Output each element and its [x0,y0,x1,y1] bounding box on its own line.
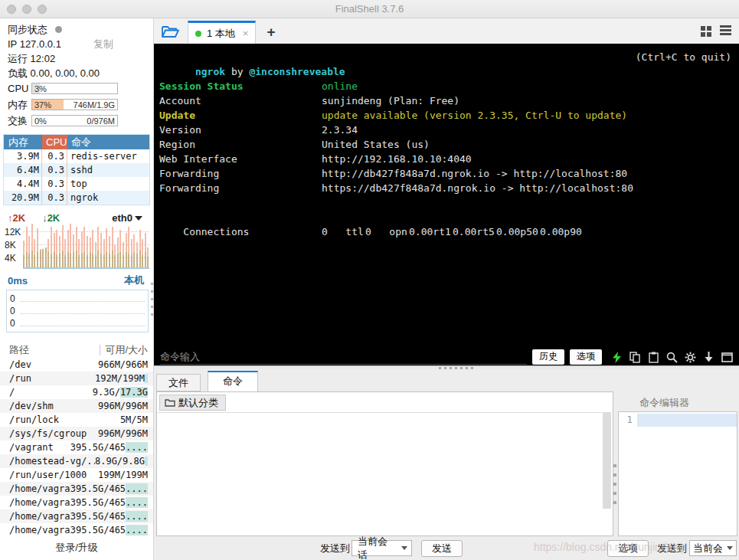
editor-active-line [637,414,737,427]
process-row[interactable]: 4.4M0.3top [4,177,149,191]
session-dropdown-right[interactable]: 当前会话 [689,540,737,556]
tab-commands[interactable]: 命令 [208,371,258,391]
grid-view-icon[interactable] [701,26,711,37]
scrollbar[interactable] [603,412,611,532]
disk-row[interactable]: /home/vagrant/...395.5G/465.... [0,509,153,523]
command-input[interactable] [160,349,527,365]
chevron-down-icon [135,216,142,221]
disk-row[interactable]: /run/user/1000199M/199M [0,468,153,482]
cpu-progressbar: 3% [31,83,118,94]
sync-status-dot-icon [55,26,62,33]
disk-row[interactable]: /9.3G/17.3G [0,385,153,399]
network-header: ↑2K ↓2K eth0 [0,212,153,224]
open-connections-button[interactable] [154,18,186,44]
upload-rate-label: ↑2K [8,212,25,224]
bottom-toolbar: 发送到 当前会话 发送 选项 发送到 当前会话 [154,536,739,560]
login-upgrade-link[interactable]: 登录/升级 [0,541,153,555]
ping-latency-label: 0ms [8,275,28,287]
send-to-label: 发送到 [320,542,350,555]
line-number: 1 [619,412,637,535]
swap-label: 交换 [8,114,31,128]
send-button[interactable]: 发送 [421,540,463,557]
window-icon[interactable] [721,351,733,363]
tab-files[interactable]: 文件 [156,374,201,391]
folder-icon [165,398,175,407]
terminal-line: Forwardinghttps://db427f848a7d.ngrok.io … [159,181,731,195]
gear-icon[interactable] [684,351,696,363]
vertical-splitter-handle[interactable] [613,464,616,510]
paste-icon[interactable] [647,351,659,363]
disk-row[interactable]: /sys/fs/cgroup996M/996M [0,427,153,440]
session-status-dot-icon [195,31,201,37]
disk-table: 路径 可用/大小 /dev966M/966M/run192M/199M/9.3G… [0,342,153,537]
category-tab-default[interactable]: 默认分类 [159,395,226,411]
terminal-inputbar: 历史 选项 [154,349,739,365]
ping-header: 0ms 本机 [0,273,153,287]
process-row[interactable]: 3.9M0.3redis-server [4,149,149,163]
tab-close-icon[interactable]: × [243,28,249,39]
command-editor-panel: 命令编辑器 1 [618,391,737,536]
copy-ip-button[interactable]: 复制 [93,38,113,51]
ngrok-brand: ngrok [195,66,225,77]
history-button[interactable]: 历史 [532,349,564,365]
terminal-line: Session Statusonline [159,79,731,93]
network-chart: 12K 8K 4K [23,225,149,269]
terminal-line: Web Interfacehttp://192.168.10.10:4040 [159,152,731,166]
menu-icon[interactable] [720,25,731,37]
disk-row[interactable]: /homestead-vg/...8.9G/9.8G [0,454,153,468]
disk-table-header[interactable]: 路径 可用/大小 [0,342,153,358]
ip-label: IP 127.0.0.1 [8,38,61,50]
command-list-area[interactable] [158,412,602,534]
terminal-options-button[interactable]: 选项 [570,349,602,365]
disk-row[interactable]: /run192M/199M [0,372,153,385]
lightning-icon[interactable] [610,351,623,363]
command-category-panel: 默认分类 [156,391,613,536]
ping-target-label[interactable]: 本机 [124,273,144,287]
folder-open-icon [161,24,179,38]
tab-label: 1 本地 [207,27,235,41]
process-table: 内存 CPU 命令 3.9M0.3redis-server6.4M0.3sshd… [3,134,150,205]
memory-label: 内存 [8,98,31,112]
monitor-sidebar: 同步状态 IP 127.0.0.1 复制 运行 12:02 负载 0.00, 0… [0,18,154,560]
bottom-panel: 文件 命令 默认分类 命令编辑器 1 发送到 当前会话 发送 选项 发送到 当前… [154,369,739,560]
download-icon[interactable] [702,351,714,363]
editor-title: 命令编辑器 [618,391,737,413]
disk-row[interactable]: /home/vagrant/...395.5G/465.... [0,496,153,509]
session-dropdown[interactable]: 当前会话 [352,540,412,556]
disk-row[interactable]: /home/vagrant/l...395.5G/465.... [0,523,153,537]
tab-local-session[interactable]: 1 本地 × [188,21,256,44]
window-titlebar: FinalShell 3.7.6 [0,0,739,18]
disk-row[interactable]: /run/lock5M/5M [0,413,153,427]
search-icon[interactable] [665,351,678,363]
disk-row[interactable]: /dev/shm996M/996M [0,399,153,413]
disk-row[interactable]: /home/vagrant/...395.5G/465.... [0,482,153,496]
new-tab-button[interactable]: + [266,24,275,41]
terminal-line: Accountsunjindeng (Plan: Free) [159,93,731,108]
editor-options-button[interactable]: 选项 [607,540,649,557]
process-table-header[interactable]: 内存 CPU 命令 [4,135,149,149]
terminal-output[interactable]: ngrok by @inconshreveable (Ctrl+C to qui… [154,44,739,349]
command-editor[interactable]: 1 [618,411,737,536]
terminal-line: RegionUnited States (us) [159,137,731,152]
send-to-label-right: 发送到 [657,542,687,555]
chevron-down-icon [727,546,733,550]
disk-row[interactable]: /dev966M/966M [0,358,153,372]
terminal-line: Updateupdate available (version 2.3.35, … [159,108,731,123]
process-row[interactable]: 20.9M0.3ngrok [4,191,149,205]
chevron-down-icon [401,546,407,550]
disk-row[interactable]: /vagrant395.5G/465.... [0,440,153,454]
swap-progressbar: 0% 0/976M [31,115,118,126]
process-row[interactable]: 6.4M0.3sshd [4,163,149,177]
session-tabbar: 1 本地 × + [154,18,739,44]
interface-dropdown[interactable]: eth0 [112,212,142,224]
quit-hint: (Ctrl+C to quit) [636,50,731,64]
load-label: 负载 0.00, 0.00, 0.00 [8,67,100,80]
terminal-line: Forwardinghttp://db427f848a7d.ngrok.io -… [159,166,731,181]
ping-chart: 000 [6,290,149,332]
uptime-label: 运行 12:02 [8,52,55,66]
window-title: FinalShell 3.7.6 [0,3,739,15]
ping-row: 0 [10,292,145,304]
copy-icon[interactable] [629,351,641,363]
sidebar-splitter-handle[interactable] [151,283,153,321]
ping-row: 0 [10,304,145,316]
